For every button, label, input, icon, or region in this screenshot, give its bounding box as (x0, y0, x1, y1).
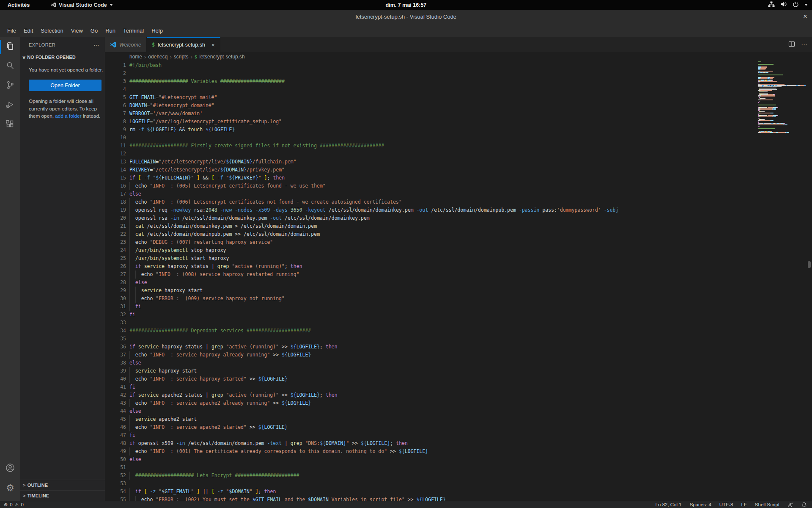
breadcrumb-item-file[interactable]: letsencrypt-setup.sh (199, 54, 244, 60)
code-line[interactable]: 44else (105, 407, 757, 415)
code-line[interactable]: 4 (105, 86, 757, 94)
eol-setting[interactable]: LF (741, 502, 746, 507)
code-line[interactable]: 41fi (105, 383, 757, 391)
activity-bar-item-search[interactable] (0, 57, 20, 76)
code-line[interactable]: 5GIT_EMAIL="#letsencrypt_mail#" (105, 94, 757, 102)
code-line[interactable]: 1#!/bin/bash (105, 61, 757, 69)
add-folder-link[interactable]: add a folder (55, 113, 81, 119)
code-line[interactable]: 40 echo "INFO : service haproxy started"… (105, 375, 757, 383)
window-close-button[interactable]: × (803, 11, 807, 22)
code-line[interactable]: 25 /usr/bin/systemctl start haproxy (105, 254, 757, 262)
activity-bar-item-source-control[interactable] (0, 76, 20, 96)
code-line[interactable]: 50else (105, 456, 757, 464)
code-line[interactable]: 30 echo "ERROR : (009) service haproxy n… (105, 295, 757, 303)
cursor-position[interactable]: Ln 82, Col 1 (656, 502, 682, 507)
timeline-section-header[interactable]: > TIMELINE (20, 490, 105, 501)
code-line[interactable]: 43 echo "INFO : service apache2 already … (105, 399, 757, 407)
code-line[interactable]: 11#################### Firstly create si… (105, 142, 757, 150)
menu-item-edit[interactable]: Edit (20, 26, 37, 36)
clock[interactable]: dim. 7 mai 16:57 (0, 2, 812, 8)
code-line[interactable]: 14PRIVKEY="/etc/letsencrypt/live/${DOMAI… (105, 166, 757, 174)
breadcrumb-item-scripts[interactable]: scripts (174, 54, 189, 60)
code-line[interactable]: 39 service haproxy start (105, 367, 757, 375)
code-line[interactable]: 21 cat /etc/ssl/domain/domainkey.pem > /… (105, 222, 757, 230)
language-mode[interactable]: Shell Script (755, 502, 779, 507)
code-line[interactable]: 20 openssl rsa -in /etc/ssl/domain/domai… (105, 214, 757, 222)
code-line[interactable]: 34#################### Dependant service… (105, 327, 757, 335)
menu-item-help[interactable]: Help (148, 26, 167, 36)
menu-item-selection[interactable]: Selection (37, 26, 67, 36)
tab-letsencrypt-setup-sh[interactable]: $letsencrypt-setup.sh× (147, 37, 220, 52)
code-line[interactable]: 13FULLCHAIN="/etc/letsencrypt/live/${DOM… (105, 158, 757, 166)
code-editor[interactable]: 1#!/bin/bash23#################### Varia… (105, 61, 757, 501)
split-editor-icon[interactable] (788, 41, 795, 49)
indentation-setting[interactable]: Spaces: 4 (690, 502, 711, 507)
breadcrumb-item-odehecq[interactable]: odehecq (148, 54, 167, 60)
minimap[interactable] (758, 61, 806, 133)
menu-item-go[interactable]: Go (87, 26, 102, 36)
activity-bar-item-settings[interactable]: ⚙ (0, 478, 20, 498)
code-line[interactable]: 9rm -f ${LOGFILE} && touch ${LOGFILE} (105, 126, 757, 134)
code-line[interactable]: 2 (105, 69, 757, 77)
code-line[interactable]: 33 (105, 319, 757, 327)
code-line[interactable]: 15if [ -f "${FULLCHAIN}" ] && [ -f "${PR… (105, 174, 757, 182)
more-actions-icon[interactable]: ⋯ (801, 41, 808, 49)
code-line[interactable]: 29 service haproxy start (105, 287, 757, 295)
tab-close-icon[interactable]: × (211, 42, 215, 48)
code-line[interactable]: 37 echo "INFO : service haproxy already … (105, 351, 757, 359)
breadcrumb-item-home[interactable]: home (129, 54, 142, 60)
code-line[interactable]: 49 echo "INFO : (001) The certificate al… (105, 447, 757, 456)
code-line[interactable]: 48if openssl x509 -in /etc/ssl/domain/do… (105, 439, 757, 447)
code-line[interactable]: 54 if [ -z "$GIT_EMAIL" ] || [ -z "$DOMA… (105, 488, 757, 496)
code-line[interactable]: 55 echo "ERROR : (002) You must set the … (105, 496, 757, 501)
code-line[interactable]: 18 echo "INFO : (006) Letsencrypt certif… (105, 198, 757, 206)
section-no-folder-opened[interactable]: ∨ NO FOLDER OPENED (20, 52, 105, 62)
sidebar-more-actions-icon[interactable]: ⋯ (93, 41, 100, 48)
tab-welcome[interactable]: Welcome (105, 37, 147, 52)
volume-icon (780, 1, 787, 8)
menu-item-view[interactable]: View (67, 26, 87, 36)
encoding-setting[interactable]: UTF-8 (719, 502, 733, 507)
code-line[interactable]: 47fi (105, 431, 757, 439)
code-line[interactable]: 32fi (105, 311, 757, 319)
open-folder-button[interactable]: Open Folder (29, 80, 102, 91)
code-line[interactable]: 27 echo "INFO : (008) service haproxy re… (105, 271, 757, 279)
problems-status[interactable]: ⊗ 0 ⚠ 0 (4, 502, 24, 508)
code-line[interactable]: 45 service apache2 start (105, 415, 757, 423)
menu-item-terminal[interactable]: Terminal (119, 26, 148, 36)
code-line[interactable]: 19 openssl req -newkey rsa:2048 -new -no… (105, 206, 757, 214)
outline-section-header[interactable]: > OUTLINE (20, 480, 105, 490)
scrollbar-marker[interactable] (808, 261, 811, 268)
code-line[interactable]: 52 #################### Lets Encrypt ###… (105, 472, 757, 480)
code-line[interactable]: 17else (105, 190, 757, 198)
code-line[interactable]: 3#################### Variables ########… (105, 77, 757, 86)
feedback-icon[interactable] (787, 502, 793, 508)
activity-bar-item-run-debug[interactable] (0, 96, 20, 115)
menu-item-file[interactable]: File (3, 26, 20, 36)
code-line[interactable]: 16 echo "INFO : (005) Letsencrypt certif… (105, 182, 757, 190)
code-line[interactable]: 46 echo "INFO : service apache2 started"… (105, 423, 757, 431)
code-line[interactable]: 7WEBROOT='/var/www/domain' (105, 110, 757, 118)
code-line[interactable]: 31 fi (105, 303, 757, 311)
code-line[interactable]: 35 (105, 335, 757, 343)
system-tray[interactable] (768, 1, 808, 9)
code-line[interactable]: 53 (105, 480, 757, 488)
menu-item-run[interactable]: Run (102, 26, 119, 36)
activity-bar-item-explorer[interactable] (0, 37, 20, 57)
code-line[interactable]: 28 else (105, 279, 757, 287)
code-line[interactable]: 23 echo "DEBUG : (007) restarting haprox… (105, 238, 757, 246)
code-line[interactable]: 6DOMAIN="#letsencrypt_domain#" (105, 102, 757, 110)
activity-bar-item-account[interactable] (0, 459, 20, 478)
code-line[interactable]: 10 (105, 134, 757, 142)
code-line[interactable]: 42if service apache2 status | grep "acti… (105, 391, 757, 399)
code-line[interactable]: 24 /usr/bin/systemctl stop haproxy (105, 246, 757, 254)
code-line[interactable]: 38else (105, 359, 757, 367)
code-line[interactable]: 26 if service haproxy status | grep "act… (105, 262, 757, 271)
code-line[interactable]: 8LOGFILE="/var/log/letsencrypt_certifica… (105, 118, 757, 126)
code-line[interactable]: 51 (105, 464, 757, 472)
notifications-bell-icon[interactable] (801, 502, 807, 508)
activity-bar-item-extensions[interactable] (0, 115, 20, 135)
code-line[interactable]: 22 cat /etc/ssl/domain/domainpub.pem >> … (105, 230, 757, 238)
code-line[interactable]: 12 (105, 150, 757, 158)
code-line[interactable]: 36if service haproxy status | grep "acti… (105, 343, 757, 351)
